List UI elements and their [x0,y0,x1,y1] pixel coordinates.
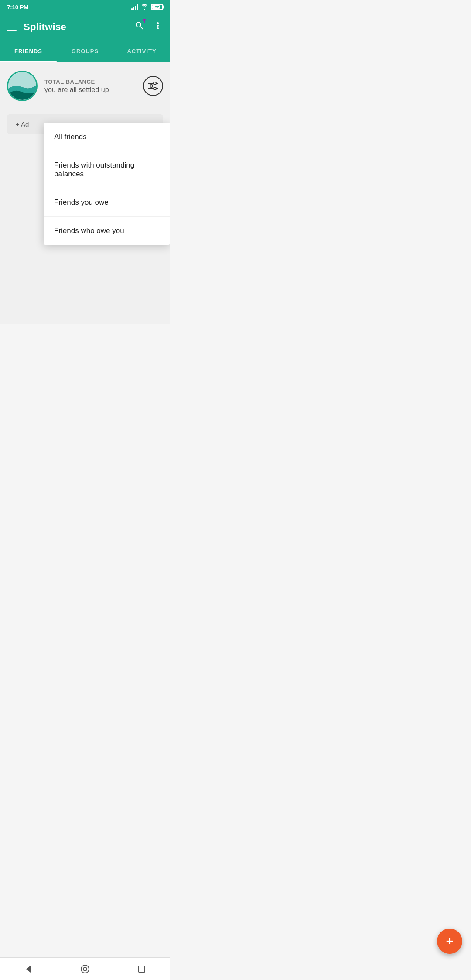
balance-row: TOTAL BALANCE you are all settled up [0,62,170,110]
tab-activity[interactable]: ACTIVITY [113,40,170,62]
tab-groups[interactable]: GROUPS [57,40,113,62]
status-bar: 7:10 PM 77 [0,0,170,14]
svg-point-5 [154,82,156,85]
battery-icon: 77 [151,4,163,10]
filter-button[interactable] [143,76,163,96]
balance-label: TOTAL BALANCE [44,79,136,85]
filter-funnel-icon [142,19,147,23]
dropdown-item-friends-who-owe-you[interactable]: Friends who owe you [44,217,170,245]
tab-friends[interactable]: FRIENDS [0,40,57,62]
app-title: Splitwise [24,21,127,33]
balance-value: you are all settled up [44,86,136,94]
tabs-bar: FRIENDS GROUPS ACTIVITY [0,40,170,62]
app-bar: Splitwise [0,14,170,40]
svg-point-6 [150,85,153,87]
dropdown-item-outstanding-balances[interactable]: Friends with outstanding balances [44,151,170,188]
signal-icon [131,4,138,10]
search-icon[interactable] [134,21,145,34]
wifi-icon [140,4,148,10]
svg-point-7 [154,87,156,90]
status-icons: 77 [131,4,163,10]
balance-text: TOTAL BALANCE you are all settled up [44,79,136,94]
svg-marker-0 [143,19,146,23]
status-time: 7:10 PM [7,4,28,10]
more-options-icon[interactable] [153,21,163,34]
filter-dropdown-menu: All friends Friends with outstanding bal… [44,123,170,245]
dropdown-item-all-friends[interactable]: All friends [44,123,170,151]
app-logo [7,71,38,101]
hamburger-menu-icon[interactable] [7,24,17,31]
dropdown-item-friends-you-owe[interactable]: Friends you owe [44,188,170,217]
app-bar-actions [134,21,163,34]
